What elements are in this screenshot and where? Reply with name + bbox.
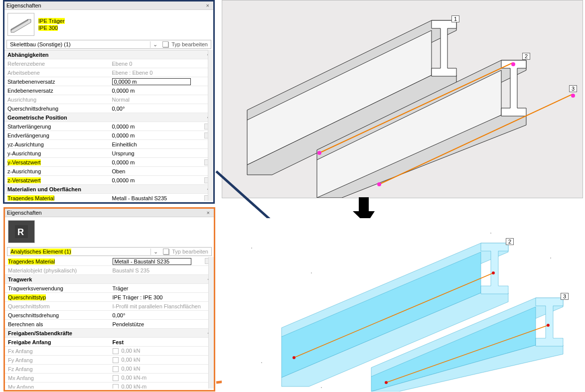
edit-type-label: Typ bearbeiten (172, 249, 208, 255)
row-ausrichtung-value: Normal (109, 95, 214, 104)
instance-selector-row: Skelettbau (Sonstige) (1) ⌄ Typ bearbeit… (6, 40, 211, 49)
svg-point-12 (251, 248, 252, 249)
svg-point-25 (492, 271, 495, 274)
scrollbar[interactable] (208, 50, 213, 201)
row-refebene-value: Ebene 0 (109, 59, 214, 68)
svg-point-24 (292, 356, 295, 359)
row-refebene-label: Referenzebene (4, 59, 109, 68)
row-matobj-label: Materialobjekt (physikalisch) (5, 266, 110, 275)
row-zaus-label: z-Ausrichtung (4, 167, 109, 176)
row-qsdreh-value[interactable]: 0,00° (110, 311, 214, 320)
row-startverl-value[interactable]: 0,0000 m (112, 124, 135, 130)
checkbox[interactable] (113, 366, 119, 372)
row-querschnittdreh-label: Querschnittsdrehung (4, 104, 109, 113)
row-endverl-label: Endverlängerung (4, 131, 109, 140)
node-dot (571, 94, 575, 98)
node-dot (511, 62, 515, 66)
properties-panel-physical: Eigenschaften × IPE Träger IPE 300 Skele… (3, 0, 215, 204)
row-berechnen-label: Berechnen als (5, 320, 110, 329)
panel-title: Eigenschaften (7, 210, 42, 216)
row-mxa-label: Mx Anfang (5, 374, 110, 383)
properties-table: Abhängigkeiten^ ReferenzebeneEbene 0 Arb… (4, 50, 213, 201)
row-endversatz-label: Endebenenversatz (4, 86, 109, 95)
row-querschnittdreh-value[interactable]: 0,00° (109, 104, 214, 113)
row-arbeitsebene-value: Ebene : Ebene 0 (109, 68, 214, 77)
svg-point-19 (321, 387, 322, 388)
section-freigaben: Freigaben/Stabendkräfte (8, 330, 72, 336)
row-fxa-value: 0,00 kN (122, 348, 141, 354)
edit-type-icon (162, 41, 168, 47)
row-yversatz-value[interactable]: 0,0000 m (112, 159, 135, 165)
row-tragverw-label: Tragwerksverwendung (5, 284, 110, 293)
row-qsdreh-label: Querschnittsdrehung (5, 311, 110, 320)
scrollbar[interactable] (208, 257, 214, 389)
element-tag-3[interactable]: 3 (569, 85, 577, 92)
checkbox[interactable] (113, 375, 119, 381)
row-fza-value: 0,00 kN (122, 366, 141, 372)
viewport-3d-lower[interactable]: 2 3 (222, 218, 582, 392)
row-yaus-label: y-Ausrichtung (4, 149, 109, 158)
edit-type-icon (163, 249, 169, 255)
row-berechnen-value[interactable]: Pendelstütze (110, 320, 214, 329)
svg-point-31 (547, 324, 550, 327)
row-tragmat-label: Tragendes Material (7, 195, 54, 201)
row-endverl-value[interactable]: 0,0000 m (112, 132, 135, 138)
type-selector[interactable]: IPE Träger IPE 300 (4, 10, 213, 39)
row-endversatz-value[interactable]: 0,0000 m (109, 86, 214, 95)
close-icon[interactable]: × (204, 2, 211, 8)
row-tragmat-value[interactable]: Metall - Baustahl S235 (112, 195, 167, 201)
row-yversatz-label: y-Versatzwert (7, 159, 41, 165)
svg-marker-0 (11, 19, 31, 32)
row-tragmat-label: Tragendes Material (8, 259, 55, 264)
row-matobj-value: Baustahl S 235 (110, 266, 214, 275)
row-ausrichtung-label: Ausrichtung (4, 95, 109, 104)
close-icon[interactable]: × (205, 210, 212, 216)
row-qsform-value: I-Profil mit parallelen Flanschflächen (110, 302, 214, 311)
row-qstyp-label: Querschnittstyp (8, 294, 46, 300)
svg-text:R: R (17, 227, 24, 237)
chevron-down-icon[interactable]: ⌄ (150, 41, 159, 48)
panel-title-bar: Eigenschaften × (4, 1, 213, 10)
type-text: IPE Träger IPE 300 (38, 17, 65, 32)
row-fxa-label: Fx Anfang (5, 347, 110, 356)
type-selector[interactable]: R (5, 217, 214, 246)
svg-point-17 (550, 258, 551, 259)
row-freigabe-anfang-value[interactable]: Fest (110, 338, 214, 347)
edit-type-label: Typ bearbeiten (171, 41, 208, 47)
instance-selector-row: Analytisches Element (1) ⌄ Typ bearbeite… (7, 247, 212, 256)
row-yaus-value[interactable]: Ursprung (109, 149, 214, 158)
checkbox[interactable] (113, 348, 119, 354)
checkbox[interactable] (113, 384, 119, 389)
row-tragverw-value[interactable]: Träger (110, 284, 214, 293)
element-tag-3[interactable]: 3 (561, 293, 569, 300)
instance-selector[interactable]: Skelettbau (Sonstige) (1) (7, 40, 150, 48)
row-fya-label: Fy Anfang (5, 356, 110, 365)
row-startversatz-value[interactable]: 0,0000 m (112, 78, 191, 85)
row-zaus-value[interactable]: Oben (109, 167, 214, 176)
element-tag-2[interactable]: 2 (522, 53, 530, 60)
element-tag-1[interactable]: 1 (451, 15, 459, 22)
row-zversatz-value[interactable]: 0,0000 m (112, 177, 135, 183)
section-dependencies: Abhängigkeiten (7, 52, 49, 58)
element-tag-2[interactable]: 2 (506, 238, 514, 245)
row-mya-label: My Anfang (5, 383, 110, 389)
checkbox[interactable] (113, 357, 119, 363)
type-name: IPE 300 (38, 25, 58, 31)
viewport-3d-upper[interactable]: 1 2 3 (222, 0, 583, 198)
row-fza-label: Fz Anfang (5, 365, 110, 374)
row-arbeitsebene-label: Arbeitsebene (4, 68, 109, 77)
row-qstyp-value[interactable]: IPE Träger : IPE 300 (110, 293, 214, 302)
row-zversatz-label: z-Versatzwert (7, 177, 41, 183)
type-thumbnail: R (8, 220, 35, 243)
svg-point-18 (261, 362, 262, 363)
svg-point-13 (311, 272, 312, 273)
row-tragmat-value[interactable]: Metall - Baustahl S235 (113, 258, 191, 265)
svg-point-30 (385, 381, 388, 384)
properties-panel-analytical: Eigenschaften × R Analytisches Element (… (3, 207, 215, 392)
edit-type-button[interactable]: Typ bearbeiten (159, 41, 211, 47)
instance-selector[interactable]: Analytisches Element (1) (7, 248, 150, 256)
chevron-down-icon[interactable]: ⌄ (150, 249, 160, 255)
row-yzaus-value[interactable]: Einheitlich (109, 140, 214, 149)
type-thumbnail (7, 13, 34, 36)
properties-table: Tragendes MaterialMetall - Baustahl S235… (5, 257, 214, 389)
